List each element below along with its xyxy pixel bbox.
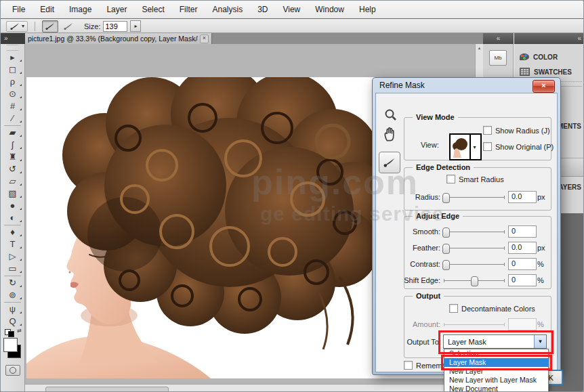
document-tab[interactable]: picture1.jpg @ 33.3% (Background copy, L… xyxy=(25,33,212,44)
dialog-title: Refine Mask xyxy=(379,81,425,90)
hand-icon: ψ xyxy=(9,304,16,314)
dropdown-item-new-layer[interactable]: New Layer xyxy=(444,367,548,376)
edge-detection-group: Edge Detection Smart Radius Radius: 0.0 … xyxy=(404,167,551,211)
horizontal-scrollbar[interactable] xyxy=(25,384,483,392)
decontaminate-colors-checkbox[interactable]: Decontaminate Colors xyxy=(449,304,535,313)
menu-file[interactable]: File xyxy=(5,2,33,17)
menu-filter[interactable]: Filter xyxy=(172,2,205,17)
show-original-checkbox[interactable]: Show Original (P) xyxy=(483,142,554,151)
tool-3d-rotate[interactable]: ↻ xyxy=(1,277,24,289)
checkbox[interactable] xyxy=(449,304,458,313)
smart-radius-checkbox[interactable]: Smart Radius xyxy=(446,175,504,183)
radius-slider-track[interactable] xyxy=(444,197,505,198)
feather-slider-track[interactable] xyxy=(444,248,505,248)
smooth-slider-thumb[interactable] xyxy=(442,227,450,238)
refine-radius-tool-button[interactable] xyxy=(379,152,400,173)
tool-zoom[interactable]: Q xyxy=(1,315,24,328)
tool-quick-selection[interactable]: ⊙ xyxy=(1,88,24,100)
refine-radius-tool-button[interactable] xyxy=(42,20,58,32)
smooth-label: Smooth: xyxy=(413,227,440,236)
checkbox[interactable] xyxy=(483,142,492,151)
dialog-body: View Mode View: ▾ Show Radius (J) xyxy=(375,93,558,372)
adjust-edge-legend: Adjust Edge xyxy=(413,212,463,220)
menu-view[interactable]: View xyxy=(275,2,308,17)
tool-pen[interactable]: ♦ xyxy=(1,226,24,238)
dropdown-item-new-document[interactable]: New Document xyxy=(444,385,548,392)
tool-blur[interactable]: ● xyxy=(1,200,24,212)
scrollbar-thumb[interactable] xyxy=(45,387,169,392)
menu-layer[interactable]: Layer xyxy=(99,2,134,17)
dropdown-item-new-layer-with-layer-mask[interactable]: New Layer with Layer Mask xyxy=(444,376,548,385)
menu-edit[interactable]: Edit xyxy=(33,2,62,17)
dialog-close-button[interactable]: × xyxy=(533,80,555,93)
hand-tool-icon[interactable] xyxy=(383,126,398,142)
checkbox[interactable] xyxy=(446,175,455,183)
output-to-combobox[interactable]: Layer Mask ▼ xyxy=(443,334,547,349)
contrast-slider-thumb[interactable] xyxy=(442,260,450,270)
radius-slider-thumb[interactable] xyxy=(442,193,450,203)
feather-value[interactable]: 0.0 xyxy=(508,242,537,254)
feather-slider-thumb[interactable] xyxy=(442,244,450,254)
panel-collapse-button[interactable]: « xyxy=(514,33,584,44)
zoom-tool-icon[interactable] xyxy=(384,108,398,122)
tool-shape[interactable]: ▭ xyxy=(1,263,24,275)
caret-down-icon[interactable]: ▾ xyxy=(470,135,478,159)
color-panel-tab[interactable]: COLOR xyxy=(514,49,584,64)
dodge-icon: ◐ xyxy=(10,213,16,223)
tool-3d-orbit[interactable]: ⊚ xyxy=(1,289,24,301)
swap-colors-control[interactable]: ⇄ xyxy=(1,328,24,336)
smooth-slider-track[interactable] xyxy=(444,232,505,232)
tool-gradient[interactable]: ▧ xyxy=(1,188,24,200)
quick-mask-button[interactable] xyxy=(5,365,20,376)
tool-path-selection[interactable]: ▷ xyxy=(1,251,24,263)
foreground-color-swatch[interactable] xyxy=(3,338,18,352)
size-input[interactable] xyxy=(103,21,127,32)
shift-edge-slider-track[interactable] xyxy=(444,280,505,281)
menu-window[interactable]: Window xyxy=(308,2,352,17)
tool-rectangular-marquee[interactable]: ◻ xyxy=(1,64,24,76)
brush-icon xyxy=(45,22,56,30)
scroll-up-icon[interactable]: ▲ xyxy=(476,44,483,50)
menu-help[interactable]: Help xyxy=(352,2,383,17)
size-dropdown-button[interactable]: ▸ xyxy=(130,20,141,32)
menu-select[interactable]: Select xyxy=(134,2,171,17)
erase-refinements-tool-button[interactable] xyxy=(61,21,76,32)
contrast-slider-track[interactable] xyxy=(444,264,505,265)
dropdown-item-layer-mask[interactable]: Layer Mask xyxy=(444,358,548,367)
tool-brush[interactable]: ʃ xyxy=(1,139,24,151)
mini-bridge-button[interactable]: Mb xyxy=(489,50,507,66)
tab-close-icon[interactable]: × xyxy=(200,35,209,43)
menu-analysis[interactable]: Analysis xyxy=(205,2,250,17)
smooth-value[interactable]: 0 xyxy=(508,225,537,238)
contrast-value[interactable]: 0 xyxy=(508,258,537,270)
tool-divider xyxy=(4,276,21,276)
tool-lasso[interactable]: ρ xyxy=(1,76,24,88)
combobox-arrow-button[interactable]: ▼ xyxy=(534,335,546,348)
tool-history-brush[interactable]: ↺ xyxy=(1,163,24,175)
tool-eraser[interactable]: ▱ xyxy=(1,175,24,188)
tool-hand[interactable]: ψ xyxy=(1,303,24,315)
shift-edge-value[interactable]: 0 xyxy=(508,274,537,286)
tool-dodge[interactable]: ◐ xyxy=(1,212,24,224)
view-mode-picker[interactable]: ▾ xyxy=(449,133,482,160)
icon-strip-collapse-button[interactable]: « xyxy=(483,33,514,44)
tool-preset-picker[interactable]: ▾ xyxy=(6,21,28,32)
tools-panel-grip[interactable] xyxy=(7,45,18,51)
toolbar-collapse-button[interactable]: » xyxy=(1,33,25,44)
tool-eyedropper[interactable]: ∕ xyxy=(1,112,24,125)
dropdown-item-selection[interactable]: Selection xyxy=(444,349,548,358)
move-icon: ▸ xyxy=(10,52,15,62)
shift-edge-slider-thumb[interactable] xyxy=(471,276,478,286)
menu-3d[interactable]: 3D xyxy=(250,2,275,17)
tool-type[interactable]: T xyxy=(1,238,24,251)
checkbox[interactable] xyxy=(483,126,492,135)
menu-image[interactable]: Image xyxy=(62,2,99,17)
tool-move[interactable]: ▸ xyxy=(1,51,24,64)
tool-clone-stamp[interactable]: ♜ xyxy=(1,151,24,163)
show-radius-checkbox[interactable]: Show Radius (J) xyxy=(483,126,550,135)
tool-crop[interactable]: # xyxy=(1,100,24,112)
checkbox[interactable] xyxy=(404,361,413,370)
radius-value[interactable]: 0.0 xyxy=(508,191,537,203)
tool-spot-healing-brush[interactable]: ▰ xyxy=(1,127,24,139)
shape-icon: ▭ xyxy=(8,263,16,274)
